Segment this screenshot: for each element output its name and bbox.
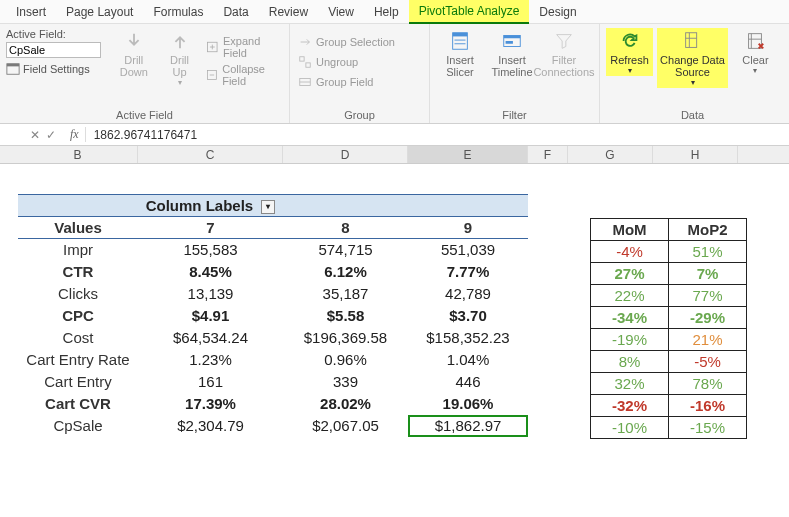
row-clicks-label[interactable]: Clicks bbox=[18, 283, 138, 305]
cell[interactable]: -19% bbox=[591, 329, 669, 351]
cell[interactable]: 1.23% bbox=[138, 349, 283, 371]
cell[interactable]: -16% bbox=[669, 395, 747, 417]
drill-up-button[interactable]: Drill Up ▾ bbox=[159, 28, 201, 88]
cell[interactable]: 35,187 bbox=[283, 283, 408, 305]
tab-pivottable-analyze[interactable]: PivotTable Analyze bbox=[409, 0, 530, 24]
cell[interactable]: 446 bbox=[408, 371, 528, 393]
worksheet[interactable]: Column Labels ▾ Values 7 8 9 Impr 155,58… bbox=[0, 164, 789, 437]
cell[interactable]: 6.12% bbox=[283, 261, 408, 283]
tab-help[interactable]: Help bbox=[364, 1, 409, 23]
mop2-header[interactable]: MoP2 bbox=[669, 219, 747, 241]
cell[interactable]: 77% bbox=[669, 285, 747, 307]
cell[interactable]: 7.77% bbox=[408, 261, 528, 283]
insert-timeline-button[interactable]: Insert Timeline bbox=[488, 28, 536, 78]
ungroup-button[interactable]: Ungroup bbox=[296, 54, 360, 70]
row-impr-label[interactable]: Impr bbox=[18, 239, 138, 261]
cell[interactable]: 78% bbox=[669, 373, 747, 395]
col-header-D[interactable]: D bbox=[283, 146, 408, 163]
cell[interactable]: 551,039 bbox=[408, 239, 528, 261]
change-data-source-button[interactable]: Change Data Source ▾ bbox=[657, 28, 728, 88]
cell[interactable]: $158,352.23 bbox=[408, 327, 528, 349]
tab-page-layout[interactable]: Page Layout bbox=[56, 1, 143, 23]
col-header-F[interactable]: F bbox=[528, 146, 568, 163]
cell[interactable]: 13,139 bbox=[138, 283, 283, 305]
tab-insert[interactable]: Insert bbox=[6, 1, 56, 23]
cell[interactable]: 22% bbox=[591, 285, 669, 307]
cell[interactable]: $196,369.58 bbox=[283, 327, 408, 349]
row-cpc-label[interactable]: CPC bbox=[18, 305, 138, 327]
cell[interactable]: 155,583 bbox=[138, 239, 283, 261]
col-header-E[interactable]: E bbox=[408, 146, 528, 163]
cell[interactable]: 1.04% bbox=[408, 349, 528, 371]
cell[interactable]: 42,789 bbox=[408, 283, 528, 305]
cell[interactable]: -32% bbox=[591, 395, 669, 417]
cell[interactable]: -15% bbox=[669, 417, 747, 439]
cell[interactable]: 0.96% bbox=[283, 349, 408, 371]
pivot-header-blank[interactable] bbox=[408, 195, 528, 217]
cell[interactable]: -29% bbox=[669, 307, 747, 329]
row-cart-entry-label[interactable]: Cart Entry bbox=[18, 371, 138, 393]
cell[interactable]: 574,715 bbox=[283, 239, 408, 261]
cell[interactable]: $2,067.05 bbox=[283, 415, 408, 437]
cell[interactable]: 32% bbox=[591, 373, 669, 395]
cell[interactable]: 339 bbox=[283, 371, 408, 393]
tab-design[interactable]: Design bbox=[529, 1, 586, 23]
cell[interactable]: 27% bbox=[591, 263, 669, 285]
expand-field-button[interactable]: Expand Field bbox=[204, 34, 283, 60]
cell[interactable]: -4% bbox=[591, 241, 669, 263]
cell[interactable]: 8% bbox=[591, 351, 669, 373]
pivot-corner-cell[interactable] bbox=[18, 195, 138, 217]
selected-cell[interactable]: $1,862.97 bbox=[408, 415, 528, 437]
values-header[interactable]: Values bbox=[18, 217, 138, 239]
cell[interactable]: 51% bbox=[669, 241, 747, 263]
col-header-7[interactable]: 7 bbox=[138, 217, 283, 239]
cancel-formula-icon[interactable]: ✕ bbox=[30, 128, 40, 142]
pivot-header-blank[interactable] bbox=[283, 195, 408, 217]
column-labels-dropdown[interactable]: ▾ bbox=[261, 200, 275, 214]
tab-formulas[interactable]: Formulas bbox=[143, 1, 213, 23]
accept-formula-icon[interactable]: ✓ bbox=[46, 128, 56, 142]
cell[interactable]: $5.58 bbox=[283, 305, 408, 327]
field-settings-button[interactable]: Field Settings bbox=[6, 62, 109, 76]
drill-down-button[interactable]: Drill Down bbox=[113, 28, 155, 78]
group-selection-button[interactable]: Group Selection bbox=[296, 34, 397, 50]
column-labels-header[interactable]: Column Labels ▾ bbox=[138, 195, 283, 217]
formula-value[interactable]: 1862.96741176471 bbox=[86, 128, 197, 142]
cell[interactable]: $2,304.79 bbox=[138, 415, 283, 437]
col-header-C[interactable]: C bbox=[138, 146, 283, 163]
tab-view[interactable]: View bbox=[318, 1, 364, 23]
mom-header[interactable]: MoM bbox=[591, 219, 669, 241]
col-header-9[interactable]: 9 bbox=[408, 217, 528, 239]
filter-connections-button[interactable]: Filter Connections bbox=[540, 28, 588, 78]
col-header-8[interactable]: 8 bbox=[283, 217, 408, 239]
cell[interactable]: 7% bbox=[669, 263, 747, 285]
col-header-B[interactable]: B bbox=[18, 146, 138, 163]
clear-button[interactable]: Clear ▾ bbox=[732, 28, 779, 76]
insert-slicer-button[interactable]: Insert Slicer bbox=[436, 28, 484, 78]
cell[interactable]: -5% bbox=[669, 351, 747, 373]
cell[interactable]: 28.02% bbox=[283, 393, 408, 415]
collapse-field-button[interactable]: Collapse Field bbox=[204, 62, 283, 88]
cell[interactable]: 8.45% bbox=[138, 261, 283, 283]
group-field-button[interactable]: Group Field bbox=[296, 74, 375, 90]
cell[interactable]: 19.06% bbox=[408, 393, 528, 415]
cell[interactable]: 21% bbox=[669, 329, 747, 351]
col-header-H[interactable]: H bbox=[653, 146, 738, 163]
row-cost-label[interactable]: Cost bbox=[18, 327, 138, 349]
row-ctr-label[interactable]: CTR bbox=[18, 261, 138, 283]
fx-icon[interactable]: fx bbox=[64, 127, 86, 142]
tab-data[interactable]: Data bbox=[213, 1, 258, 23]
col-header-G[interactable]: G bbox=[568, 146, 653, 163]
cell[interactable]: 161 bbox=[138, 371, 283, 393]
row-cpsale-label[interactable]: CpSale bbox=[18, 415, 138, 437]
cell[interactable]: -10% bbox=[591, 417, 669, 439]
tab-review[interactable]: Review bbox=[259, 1, 318, 23]
cell[interactable]: $3.70 bbox=[408, 305, 528, 327]
row-cart-entry-rate-label[interactable]: Cart Entry Rate bbox=[18, 349, 138, 371]
row-cart-cvr-label[interactable]: Cart CVR bbox=[18, 393, 138, 415]
cell[interactable]: $4.91 bbox=[138, 305, 283, 327]
refresh-button[interactable]: Refresh ▾ bbox=[606, 28, 653, 76]
cell[interactable]: $64,534.24 bbox=[138, 327, 283, 349]
cell[interactable]: -34% bbox=[591, 307, 669, 329]
active-field-input[interactable] bbox=[6, 42, 101, 58]
